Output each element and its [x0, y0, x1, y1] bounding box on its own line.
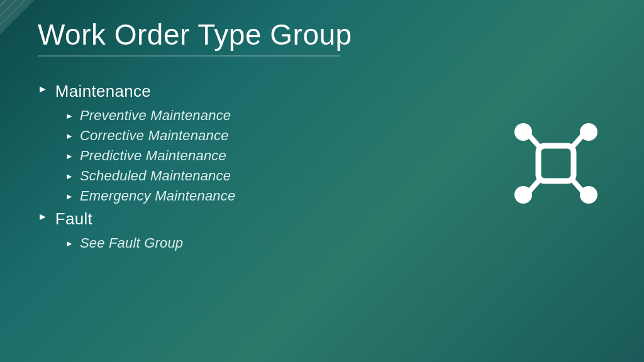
maintenance-sub-list: ► Preventive Maintenance ► Corrective Ma… — [65, 107, 518, 204]
arrow-icon-preventive: ► — [65, 111, 74, 121]
predictive-maintenance-label: Predictive Maintenance — [80, 148, 226, 164]
list-item: ► Corrective Maintenance — [65, 128, 518, 144]
fault-label: Fault — [55, 209, 92, 229]
svg-rect-8 — [538, 146, 574, 181]
svg-line-10 — [572, 136, 582, 147]
svg-marker-0 — [0, 0, 35, 35]
list-item-fault: ► Fault — [38, 209, 518, 229]
emergency-maintenance-label: Emergency Maintenance — [80, 188, 236, 204]
see-fault-group-label: See Fault Group — [80, 235, 183, 251]
maintenance-label: Maintenance — [55, 82, 151, 101]
list-item: ► Emergency Maintenance — [65, 188, 518, 204]
content-area: ► Maintenance ► Preventive Maintenance ►… — [38, 82, 518, 256]
svg-line-11 — [530, 180, 540, 191]
arrow-icon-corrective: ► — [65, 131, 74, 141]
list-item: ► Preventive Maintenance — [65, 107, 518, 124]
title-underline — [38, 55, 340, 57]
arrow-icon-predictive: ► — [65, 151, 74, 161]
arrow-icon-maintenance: ► — [38, 84, 48, 95]
arrow-icon-scheduled: ► — [65, 172, 74, 181]
arrow-icon-emergency: ► — [65, 192, 74, 201]
list-item-maintenance: ► Maintenance — [38, 82, 518, 101]
corrective-maintenance-label: Corrective Maintenance — [80, 128, 229, 144]
network-nodes-icon — [506, 113, 606, 214]
arrow-icon-see-fault: ► — [65, 239, 74, 248]
fault-sub-list: ► See Fault Group — [65, 235, 518, 251]
svg-line-12 — [572, 180, 582, 191]
list-item: ► Scheduled Maintenance — [65, 168, 518, 184]
slide-title: Work Order Type Group — [38, 18, 352, 52]
list-item: ► See Fault Group — [65, 235, 518, 251]
svg-line-9 — [530, 136, 540, 147]
arrow-icon-fault: ► — [38, 211, 48, 222]
scheduled-maintenance-label: Scheduled Maintenance — [80, 168, 231, 184]
list-item: ► Predictive Maintenance — [65, 148, 518, 164]
preventive-maintenance-label: Preventive Maintenance — [80, 107, 231, 124]
